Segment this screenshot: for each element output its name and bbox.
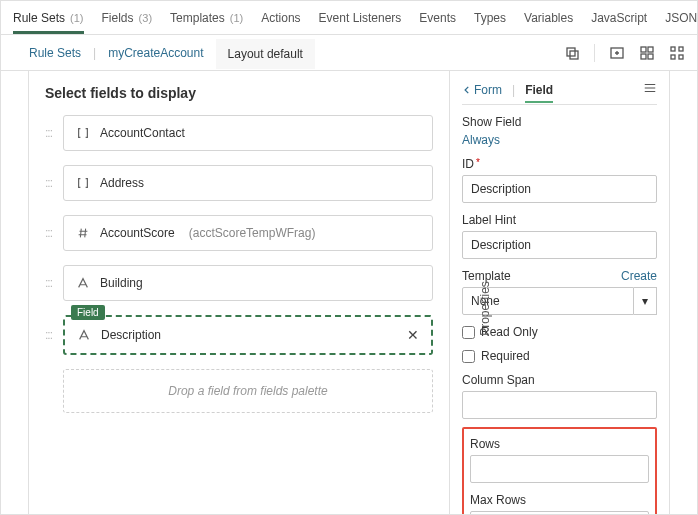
field-badge: Field	[71, 305, 105, 320]
top-tabs: Rule Sets (1)Fields (3)Templates (1)Acti…	[1, 1, 697, 35]
breadcrumb-mid-label: myCreateAccount	[108, 46, 203, 60]
svg-rect-4	[648, 47, 653, 52]
show-field-value[interactable]: Always	[462, 133, 500, 147]
top-tab-templates[interactable]: Templates (1)	[170, 3, 243, 33]
field-card-accountcontact[interactable]: AccountContact	[63, 115, 433, 151]
max-rows-label: Max Rows	[470, 493, 649, 507]
drag-handle[interactable]: :::	[45, 328, 57, 342]
svg-rect-7	[671, 47, 675, 51]
drag-handle[interactable]: :::	[45, 226, 57, 240]
right-rail-label: Properties	[478, 281, 698, 336]
svg-rect-3	[641, 47, 646, 52]
text-icon	[76, 276, 90, 290]
svg-rect-5	[641, 54, 646, 59]
field-name: AccountContact	[100, 126, 185, 140]
svg-rect-6	[648, 54, 653, 59]
drop-zone-label: Drop a field from fields palette	[168, 384, 327, 398]
svg-rect-9	[671, 55, 675, 59]
top-tab-fields[interactable]: Fields (3)	[102, 3, 153, 33]
grid-large-icon[interactable]	[669, 45, 685, 61]
breadcrumb-current: Layout default	[216, 37, 315, 69]
top-tab-event-listeners[interactable]: Event Listeners	[319, 3, 402, 33]
field-name: AccountScore	[100, 226, 175, 240]
top-tab-rule-sets[interactable]: Rule Sets (1)	[13, 3, 84, 33]
top-tab-types[interactable]: Types	[474, 3, 506, 33]
center-title: Select fields to display	[45, 85, 433, 101]
svg-rect-0	[567, 48, 575, 56]
required-label: Required	[481, 349, 530, 363]
top-tab-javascript[interactable]: JavaScript	[591, 3, 647, 33]
toolbar-divider	[594, 44, 595, 62]
drag-handle[interactable]: :::	[45, 276, 57, 290]
number-icon	[76, 226, 90, 240]
field-name: Description	[101, 328, 161, 342]
breadcrumb-row: Rule Sets | myCreateAccount Layout defau…	[1, 35, 697, 71]
grid-small-icon[interactable]	[639, 45, 655, 61]
text-icon	[77, 328, 91, 342]
rows-highlight: Rows Max Rows	[462, 427, 657, 514]
add-panel-icon[interactable]	[609, 45, 625, 61]
label-hint-label: Label Hint	[462, 213, 657, 227]
field-subname: (acctScoreTempWFrag)	[189, 226, 316, 240]
remove-field-icon[interactable]: ✕	[407, 327, 419, 343]
field-card-accountscore[interactable]: AccountScore(acctScoreTempWFrag)	[63, 215, 433, 251]
breadcrumb-current-label: Layout default	[228, 47, 303, 61]
rows-input[interactable]	[470, 455, 649, 483]
breadcrumb-back[interactable]: Rule Sets	[13, 38, 93, 68]
label-hint-input[interactable]	[462, 231, 657, 259]
breadcrumb-back-label: Rule Sets	[29, 46, 81, 60]
column-span-input[interactable]	[462, 391, 657, 419]
max-rows-input[interactable]	[470, 511, 649, 514]
column-span-label: Column Span	[462, 373, 657, 387]
svg-rect-1	[570, 51, 578, 59]
top-tab-actions[interactable]: Actions	[261, 3, 300, 33]
duplicate-icon[interactable]	[564, 45, 580, 61]
top-tab-events[interactable]: Events	[419, 3, 456, 33]
drag-handle[interactable]: :::	[45, 126, 57, 140]
panel-tab-field[interactable]: Field	[525, 83, 553, 103]
right-rail[interactable]: Properties	[669, 71, 697, 514]
menu-icon[interactable]	[643, 81, 657, 98]
read-only-checkbox[interactable]	[462, 326, 475, 339]
field-name: Building	[100, 276, 143, 290]
field-card-description[interactable]: FieldDescription✕	[63, 315, 433, 355]
drop-zone[interactable]: Drop a field from fields palette	[63, 369, 433, 413]
object-icon	[76, 126, 90, 140]
id-label: ID*	[462, 157, 657, 171]
field-name: Address	[100, 176, 144, 190]
field-card-address[interactable]: Address	[63, 165, 433, 201]
top-tab-variables[interactable]: Variables	[524, 3, 573, 33]
panel-back[interactable]: Form	[462, 83, 502, 97]
show-field-label: Show Field	[462, 115, 657, 129]
required-checkbox[interactable]	[462, 350, 475, 363]
rows-label: Rows	[470, 437, 649, 451]
panel-tab-form[interactable]: Form	[474, 83, 502, 97]
drag-handle[interactable]: :::	[45, 176, 57, 190]
top-tab-json[interactable]: JSON	[665, 3, 697, 33]
breadcrumb-mid[interactable]: myCreateAccount	[96, 38, 215, 68]
object-icon	[76, 176, 90, 190]
svg-rect-10	[679, 55, 683, 59]
id-input[interactable]	[462, 175, 657, 203]
required-row[interactable]: Required	[462, 349, 657, 363]
panel-tab-sep: |	[512, 83, 515, 97]
svg-rect-8	[679, 47, 683, 51]
left-rail[interactable]: Fields	[1, 71, 29, 514]
